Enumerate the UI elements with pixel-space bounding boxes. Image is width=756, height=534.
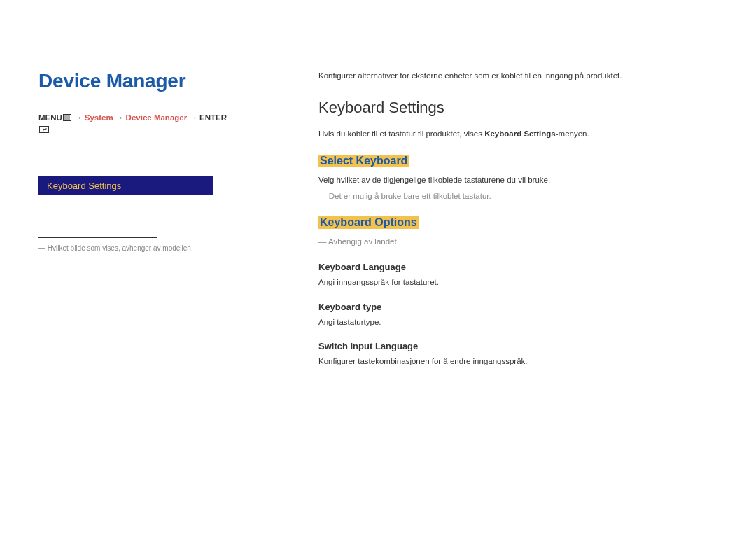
breadcrumb: MENU → System → Device Manager → ENTER xyxy=(38,112,231,136)
subhead-select-keyboard: Select Keyboard xyxy=(318,155,409,167)
footnote-text: Hvilket bilde som vises, avhenger av mod… xyxy=(38,244,231,253)
svg-rect-4 xyxy=(40,127,49,133)
document-page: Device Manager MENU → System → Device Ma… xyxy=(0,0,756,408)
menu-item-keyboard-settings: Keyboard Settings xyxy=(38,176,213,195)
right-column: Konfigurer alternativer for eksterne enh… xyxy=(318,70,718,380)
enter-icon xyxy=(39,125,49,136)
keyboard-options-note: Avhengig av landet. xyxy=(318,236,718,248)
subhead-keyboard-options: Keyboard Options xyxy=(318,216,419,229)
desc-suffix: -menyen. xyxy=(556,129,589,138)
keyboard-language-body: Angi inngangsspråk for tastaturet. xyxy=(318,276,718,288)
breadcrumb-system: System xyxy=(85,113,113,122)
desc-bold: Keyboard Settings xyxy=(484,129,556,138)
subsection-switch-input-language: Switch Input Language Konfigurer tasteko… xyxy=(318,341,718,367)
switch-input-language-title: Switch Input Language xyxy=(318,341,718,351)
left-column: Device Manager MENU → System → Device Ma… xyxy=(38,70,231,380)
breadcrumb-enter: ENTER xyxy=(200,113,227,122)
intro-text: Konfigurer alternativer for eksterne enh… xyxy=(318,70,718,82)
breadcrumb-menu: MENU xyxy=(38,113,62,122)
footnote-divider xyxy=(38,237,158,238)
section-description: Hvis du kobler til et tastatur til produ… xyxy=(318,128,718,140)
subsection-keyboard-language: Keyboard Language Angi inngangsspråk for… xyxy=(318,262,718,288)
keyboard-type-body: Angi tastaturtype. xyxy=(318,316,718,328)
section-title: Keyboard Settings xyxy=(318,99,718,117)
desc-prefix: Hvis du kobler til et tastatur til produ… xyxy=(318,129,484,138)
menu-icon xyxy=(63,113,71,124)
keyboard-language-title: Keyboard Language xyxy=(318,262,718,272)
breadcrumb-device-manager: Device Manager xyxy=(126,113,188,122)
subsection-keyboard-type: Keyboard type Angi tastaturtype. xyxy=(318,302,718,328)
switch-input-language-body: Konfigurer tastekombinasjonen for å endr… xyxy=(318,356,718,367)
keyboard-type-title: Keyboard type xyxy=(318,302,718,312)
select-keyboard-note: Det er mulig å bruke bare ett tilkoblet … xyxy=(318,190,718,202)
breadcrumb-arrow: → xyxy=(115,113,126,122)
select-keyboard-body: Velg hvilket av de tilgjengelige tilkobl… xyxy=(318,174,718,186)
page-title: Device Manager xyxy=(38,70,231,92)
breadcrumb-arrow: → xyxy=(189,113,200,122)
breadcrumb-arrow: → xyxy=(74,113,85,122)
